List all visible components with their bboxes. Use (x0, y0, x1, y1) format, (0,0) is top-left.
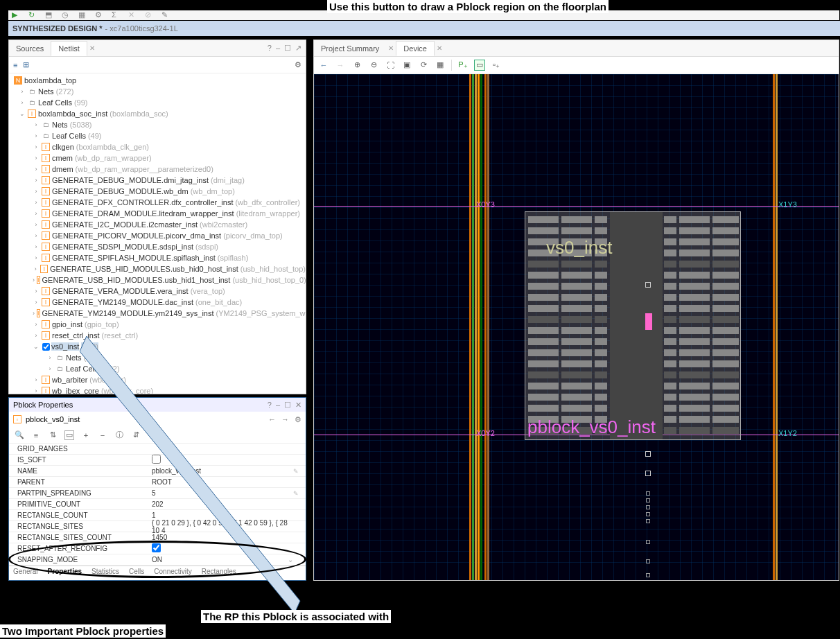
draw-pblock-button[interactable]: ▭ (474, 60, 485, 71)
collapse-icon[interactable]: ⌄ (33, 343, 40, 350)
tab-summary-close[interactable]: ✕ (386, 44, 396, 52)
expand-icon[interactable]: › (33, 243, 40, 250)
tree-item[interactable]: › I GENERATE_I2C_MODULE.i2cmaster_inst (… (9, 219, 306, 230)
netlist-tree[interactable]: N boxlambda_top › 🗀 Nets (272) › 🗀 Leaf … (9, 73, 306, 394)
tree-item[interactable]: › I GENERATE_DFX_CONTROLLER.dfx_controll… (9, 197, 306, 208)
expand-icon[interactable]: › (33, 177, 40, 184)
tree-item[interactable]: › 🗀 Leaf Cells (49) (9, 130, 306, 141)
expand-icon[interactable]: › (33, 199, 40, 206)
forward-icon[interactable]: → (335, 60, 346, 71)
tree-item[interactable]: › I gpio_inst (gpio_top) (9, 319, 306, 330)
tab-project-summary[interactable]: Project Summary (314, 42, 386, 55)
tree-wb-arbiter[interactable]: › I wb_arbiter (wbarbiter) (9, 374, 306, 385)
tab-netlist[interactable]: Netlist (51, 41, 87, 56)
expand-icon[interactable]: › (33, 332, 40, 339)
minimize-icon[interactable]: – (276, 401, 280, 410)
expand-icon[interactable]: › (46, 354, 53, 361)
zoom-area-icon[interactable]: ▣ (401, 60, 412, 71)
tree-wb-ibex[interactable]: › I wb_ibex_core (wb_ibex_core) (9, 385, 306, 394)
property-row[interactable]: PRIMITIVE_COUNT 202 (9, 499, 306, 510)
minimize-icon[interactable]: – (276, 44, 280, 53)
tree-vs0-inst[interactable]: ⌄ vs0_inst (vs0) (9, 341, 306, 352)
expand-icon[interactable]: › (33, 310, 35, 317)
tree-item[interactable]: › I GENERATE_DRAM_MODULE.litedram_wrappe… (9, 208, 306, 219)
close-icon[interactable]: ✕ (295, 401, 301, 410)
collapse-all-icon[interactable]: ≡ (13, 61, 17, 69)
tree-item[interactable]: › I GENERATE_SPIFLASH_MODULE.spiflash_in… (9, 252, 306, 263)
zoom-out-icon[interactable]: ⊖ (368, 60, 379, 71)
tree-item[interactable]: › I GENERATE_USB_HID_MODULES.usb_hid1_ho… (9, 274, 306, 286)
maximize-icon[interactable]: ☐ (284, 44, 291, 53)
tree-leaf-cells[interactable]: › 🗀 Leaf Cells (99) (9, 97, 306, 108)
tree-item[interactable]: › I GENERATE_VERA_MODULE.vera_inst (vera… (9, 286, 306, 297)
maximize-icon[interactable]: ☐ (284, 401, 291, 410)
zoom-fit-icon[interactable]: ⛶ (385, 60, 396, 71)
expand-icon[interactable]: › (46, 365, 53, 372)
expand-icon[interactable]: › (33, 299, 40, 306)
property-row[interactable]: GRID_RANGES (9, 444, 306, 455)
help-icon[interactable]: ? (268, 401, 272, 410)
expand-icon[interactable]: › (33, 387, 40, 394)
expand-icon[interactable]: › (33, 254, 40, 261)
edit-icon[interactable]: ✎ (293, 490, 306, 497)
sort-icon[interactable]: ⇵ (131, 430, 141, 440)
tree-item[interactable]: › I GENERATE_YM2149_MODULE.dac_inst (one… (9, 297, 306, 308)
settings-icon[interactable]: ⚙ (295, 60, 301, 69)
tab-device[interactable]: Device (396, 41, 435, 56)
tree-item[interactable]: › I GENERATE_DEBUG_MODULE.wb_dm (wb_dm_t… (9, 186, 306, 197)
tree-item[interactable]: › 🗀 Nets (5038) (9, 119, 306, 130)
expand-icon[interactable]: › (33, 277, 35, 283)
tree-item[interactable]: › I GENERATE_PICORV_MODULE.picorv_dma_in… (9, 230, 306, 241)
pblock-other-icon[interactable]: ▫₊ (491, 60, 502, 71)
edit-icon[interactable]: ✎ (293, 468, 306, 475)
property-checkbox[interactable] (152, 455, 161, 464)
tree-item[interactable]: › I GENERATE_SDSPI_MODULE.sdspi_inst (sd… (9, 241, 306, 252)
expand-icon[interactable]: › (33, 188, 40, 195)
expand-icon[interactable]: › (33, 232, 40, 239)
tab-device-close[interactable]: ✕ (435, 44, 444, 52)
settings-icon[interactable]: ⚙ (295, 415, 301, 424)
expand-icon[interactable]: › (33, 143, 40, 150)
help-icon[interactable]: ? (268, 44, 272, 53)
floorplan-view[interactable]: X0Y3 X1Y3 X0Y2 X1Y2 vs0_inst pblock_vs0_… (314, 74, 839, 580)
forward-icon[interactable]: → (281, 415, 289, 424)
property-row[interactable]: PARTPIN_SPREADING 5 ✎ (9, 488, 306, 499)
expand-icon[interactable]: › (33, 166, 40, 173)
tree-item[interactable]: › I GENERATE_DEBUG_MODULE.dmi_jtag_inst … (9, 175, 306, 186)
expand-icon[interactable]: › (19, 99, 26, 106)
filter-icon[interactable]: ⇅ (48, 430, 58, 440)
expand-icon[interactable]: › (33, 221, 40, 228)
tree-nets[interactable]: › 🗀 Nets (272) (9, 86, 306, 97)
zoom-in-icon[interactable]: ⊕ (351, 60, 362, 71)
collapse-icon[interactable]: ⌄ (19, 110, 26, 117)
tree-soc-inst[interactable]: ⌄ I boxlambda_soc_inst (boxlambda_soc) (9, 108, 306, 119)
search-icon[interactable]: 🔍 (15, 430, 24, 440)
expand-icon[interactable]: › (33, 321, 40, 328)
remove-icon[interactable]: − (98, 430, 107, 440)
property-row[interactable]: PARENT ROOT (9, 477, 306, 488)
tree-vs0-nets[interactable]: › 🗀 Nets (205) (9, 352, 306, 363)
tree-vs0-leaf[interactable]: › 🗀 Leaf Cells (102) (9, 363, 306, 374)
tree-item[interactable]: › I reset_ctrl_inst (reset_ctrl) (9, 330, 306, 341)
tree-item[interactable]: › I dmem (wb_dp_ram_wrapper__parameteriz… (9, 164, 306, 175)
expand-icon[interactable]: › (33, 265, 38, 272)
expand-icon[interactable]: › (33, 155, 40, 161)
expand-icon[interactable]: › (33, 376, 40, 383)
expand-icon[interactable]: › (33, 121, 40, 128)
group-icon[interactable]: ▭ (64, 430, 74, 440)
property-row[interactable]: RECTANGLE_SITES { 0 21 0 29 }, { 0 42 0 … (9, 521, 306, 532)
grid-icon[interactable]: ▦ (435, 60, 446, 71)
pblock-assign-icon[interactable]: P₊ (457, 60, 469, 71)
tab-sources[interactable]: Sources (9, 42, 51, 55)
expand-icon[interactable]: › (33, 132, 40, 139)
tree-item[interactable]: › I GENERATE_YM2149_MODULE.ym2149_sys_in… (9, 308, 306, 319)
tree-item[interactable]: › I cmem (wb_dp_ram_wrapper) (9, 152, 306, 164)
expand-icon[interactable]: › (19, 88, 26, 95)
refresh-icon[interactable]: ⟳ (418, 60, 429, 71)
expand-icon[interactable]: ⊞ (23, 60, 29, 69)
collapse-icon[interactable]: ≡ (31, 430, 41, 440)
vs0-checkbox[interactable] (42, 343, 50, 351)
tab-netlist-close[interactable]: ✕ (87, 44, 97, 52)
expand-icon[interactable]: › (33, 210, 40, 217)
back-icon[interactable]: ← (268, 415, 276, 424)
